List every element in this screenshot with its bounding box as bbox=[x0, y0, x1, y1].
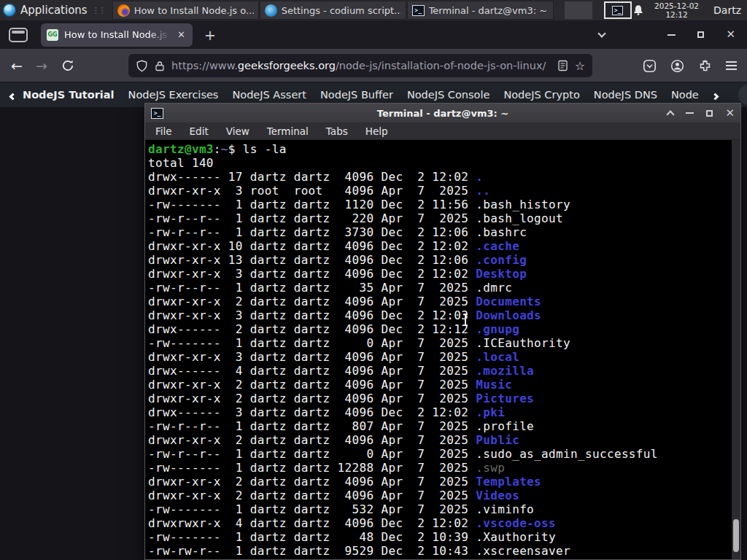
terminal-listing-row: drwxr-xr-x 3 dartz dartz 4096 Apr 7 2025… bbox=[148, 350, 732, 364]
firefox-view-icon[interactable] bbox=[9, 28, 28, 42]
file-name: Documents bbox=[476, 295, 541, 308]
new-tab-button[interactable]: + bbox=[204, 27, 216, 43]
back-button[interactable]: ← bbox=[4, 58, 29, 74]
terminal-scrollbar-thumb[interactable] bbox=[733, 519, 739, 552]
prompt-user-host: dartz@vm3 bbox=[148, 142, 214, 156]
terminal-listing-row: -rw------- 1 dartz dartz 12288 Apr 7 202… bbox=[148, 461, 732, 475]
nav-item-nodejs-console[interactable]: NodeJS Console bbox=[407, 89, 490, 101]
terminal-shade-button[interactable] bbox=[667, 110, 675, 118]
pocket-save-icon[interactable] bbox=[643, 59, 657, 73]
file-meta: -rw-r--r-- 1 dartz dartz 807 Apr 7 2025 bbox=[148, 419, 476, 433]
file-name: .bashrc bbox=[476, 225, 527, 239]
workspace-2-active[interactable]: >_ bbox=[604, 1, 632, 19]
panel-window-title: How to Install Node.js o... bbox=[134, 5, 254, 16]
browser-tab-active[interactable]: GG How to Install Node.js on ✕ bbox=[41, 23, 193, 47]
file-meta: -rw------- 1 dartz dartz 0 Apr 7 2025 bbox=[148, 336, 476, 350]
window-minimize-button[interactable] bbox=[667, 34, 676, 36]
terminal-listing-row: -rw-r--r-- 1 dartz dartz 220 Apr 7 2025 … bbox=[148, 211, 732, 225]
reader-mode-icon[interactable] bbox=[557, 60, 568, 71]
url-text[interactable]: https://www.geeksforgeeks.org/node-js/in… bbox=[171, 60, 551, 71]
file-name: . bbox=[476, 170, 483, 184]
tab-close-icon[interactable]: ✕ bbox=[176, 29, 187, 40]
nav-item-nodejs-dns[interactable]: NodeJS DNS bbox=[594, 89, 657, 101]
url-scheme: https://www. bbox=[171, 60, 238, 71]
terminal-listing-row: -rw-rw-r-- 1 dartz dartz 9529 Dec 2 10:4… bbox=[148, 544, 732, 558]
tracking-shield-icon[interactable] bbox=[136, 60, 148, 72]
file-meta: -rw------- 1 dartz dartz 532 Apr 7 2025 bbox=[148, 502, 476, 516]
workspace-1[interactable] bbox=[565, 1, 592, 19]
notification-bell-icon[interactable] bbox=[632, 4, 644, 17]
terminal-close-button[interactable]: ✕ bbox=[725, 108, 735, 119]
terminal-listing-row: -rw------- 1 dartz dartz 0 Apr 7 2025 .I… bbox=[148, 336, 732, 350]
file-name: .sudo_as_admin_successful bbox=[476, 447, 658, 461]
nav-scroll-left-icon[interactable] bbox=[10, 88, 15, 102]
panel-clock-date: 2025-12-02 bbox=[654, 1, 699, 10]
terminal-listing-row: drwx------ 2 dartz dartz 4096 Dec 2 12:1… bbox=[148, 322, 732, 336]
window-maximize-button[interactable] bbox=[697, 31, 704, 38]
file-name: Desktop bbox=[476, 267, 527, 281]
file-name: .pki bbox=[476, 405, 505, 419]
terminal-window: >_ Terminal - dartz@vm3: ~ ✕ FileEditVie… bbox=[144, 103, 741, 560]
terminal-listing-row: -rw------- 1 dartz dartz 532 Apr 7 2025 … bbox=[148, 502, 732, 516]
reload-button[interactable] bbox=[61, 59, 74, 72]
file-meta: -rw-r--r-- 1 dartz dartz 35 Apr 7 2025 bbox=[148, 281, 476, 295]
terminal-listing-row: -rw-r--r-- 1 dartz dartz 807 Apr 7 2025 … bbox=[148, 419, 732, 433]
nav-item-nodejs-assert[interactable]: NodeJS Assert bbox=[232, 89, 306, 101]
file-name: .bash_history bbox=[476, 198, 570, 211]
sign-in-button[interactable]: Sign In bbox=[738, 85, 747, 105]
file-meta: drwxr-xr-x 2 dartz dartz 4096 Apr 7 2025 bbox=[148, 433, 476, 447]
terminal-listing-row: drwxr-xr-x 3 root root 4096 Apr 7 2025 .… bbox=[148, 184, 732, 198]
applications-menu-icon bbox=[3, 4, 16, 17]
terminal-total-line: total 140 bbox=[148, 156, 732, 170]
panel-window-button-firefox[interactable]: How to Install Node.js o... bbox=[112, 1, 259, 20]
file-name: .viminfo bbox=[476, 502, 534, 516]
terminal-output[interactable]: dartz@vm3:~$ ls -latotal 140drwx------ 1… bbox=[145, 140, 732, 559]
forward-button[interactable]: → bbox=[29, 58, 54, 74]
file-meta: drwxr-xr-x 2 dartz dartz 4096 Apr 7 2025 bbox=[148, 378, 476, 392]
nav-item-node[interactable]: Node bbox=[671, 89, 699, 101]
account-icon[interactable] bbox=[670, 59, 684, 73]
file-meta: drwxr-xr-x 10 dartz dartz 4096 Dec 2 12:… bbox=[148, 239, 476, 253]
bookmark-star-icon[interactable]: ☆ bbox=[575, 59, 585, 73]
terminal-listing-row: drwx------ 17 dartz dartz 4096 Dec 2 12:… bbox=[148, 170, 732, 184]
menu-hamburger-icon[interactable] bbox=[726, 59, 737, 72]
terminal-menu-tabs[interactable]: Tabs bbox=[326, 125, 348, 137]
terminal-listing-row: drwx------ 4 dartz dartz 4096 Apr 7 2025… bbox=[148, 364, 732, 378]
nav-scroll-right-icon[interactable] bbox=[713, 88, 718, 102]
workspace-pager[interactable]: >_ bbox=[565, 1, 632, 19]
firefox-nav-toolbar: ← → https://www.geeksforgeeks.org/node-j… bbox=[0, 49, 747, 82]
window-close-button[interactable]: ✕ bbox=[726, 29, 735, 40]
terminal-menu-edit[interactable]: Edit bbox=[190, 125, 209, 137]
prompt-cwd: ~ bbox=[221, 142, 228, 156]
terminal-maximize-button[interactable] bbox=[706, 110, 713, 117]
file-name: .bash_logout bbox=[476, 211, 563, 225]
terminal-minimize-button[interactable] bbox=[686, 112, 694, 114]
nav-item-nodejs-crypto[interactable]: NodeJS Crypto bbox=[503, 89, 579, 101]
firefox-tab-bar: GG How to Install Node.js on ✕ + ✕ bbox=[0, 20, 747, 49]
terminal-title-bar[interactable]: >_ Terminal - dartz@vm3: ~ ✕ bbox=[145, 104, 740, 122]
panel-window-button-codium[interactable]: Settings - codium script... bbox=[260, 1, 406, 20]
lock-icon[interactable] bbox=[155, 61, 165, 71]
file-name: .mozilla bbox=[476, 364, 534, 378]
nav-item-nodejs-tutorial[interactable]: NodeJS Tutorial bbox=[23, 89, 115, 101]
applications-menu-button[interactable]: Applications ⋮⋮ bbox=[0, 0, 112, 20]
panel-clock[interactable]: 2025-12-02 12:12 bbox=[654, 1, 699, 19]
nav-item-nodejs-exercises[interactable]: NodeJS Exercises bbox=[128, 89, 219, 101]
file-name: .Xauthority bbox=[476, 530, 556, 544]
url-bar[interactable]: https://www.geeksforgeeks.org/node-js/in… bbox=[128, 54, 592, 77]
nav-item-nodejs-buffer[interactable]: NodeJS Buffer bbox=[320, 89, 393, 101]
url-path: /node-js/installation-of-node-js-on-linu… bbox=[336, 60, 546, 71]
file-name: .ICEauthority bbox=[476, 336, 570, 350]
extensions-puzzle-icon[interactable] bbox=[698, 59, 712, 73]
terminal-menu-terminal[interactable]: Terminal bbox=[267, 125, 309, 137]
terminal-scrollbar[interactable] bbox=[732, 140, 740, 559]
panel-window-button-terminal[interactable]: >_Terminal - dartz@vm3: ~ bbox=[407, 1, 554, 20]
terminal-menu-file[interactable]: File bbox=[155, 125, 172, 137]
file-name: .vscode-oss bbox=[476, 516, 556, 530]
terminal-menu-help[interactable]: Help bbox=[365, 125, 388, 137]
file-name: .profile bbox=[476, 419, 534, 433]
file-meta: drwx------ 4 dartz dartz 4096 Apr 7 2025 bbox=[148, 364, 476, 378]
list-all-tabs-icon[interactable] bbox=[598, 29, 606, 37]
terminal-mini-icon: >_ bbox=[612, 6, 623, 15]
terminal-menu-view[interactable]: View bbox=[226, 125, 249, 137]
